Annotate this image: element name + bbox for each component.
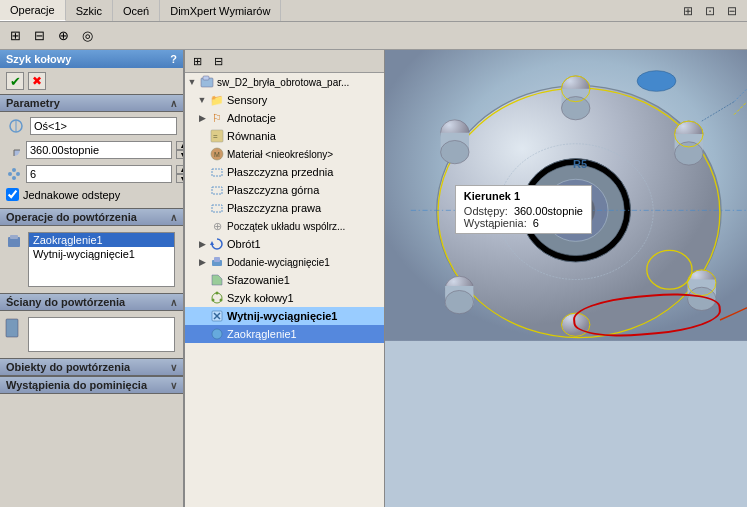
zaokraglenie-label: Zaokrąglenie1 xyxy=(227,328,297,340)
plane-right-icon xyxy=(209,200,225,216)
svg-point-25 xyxy=(216,292,219,295)
tree-panel: ⊞ ⊟ ▼ sw_D2_bryła_obrotowa_par... ▼ 📁 Se… xyxy=(185,50,385,507)
svg-point-57 xyxy=(441,140,469,163)
origin-icon: ⊕ xyxy=(209,218,225,234)
tree-item-szyk[interactable]: ▶ Szyk kołowy1 xyxy=(185,289,384,307)
count-up[interactable]: ▲ xyxy=(176,165,185,174)
walls-chevron[interactable]: ∧ xyxy=(170,297,177,308)
obrot-label: Obrót1 xyxy=(227,238,261,250)
ops-chevron[interactable]: ∧ xyxy=(170,212,177,223)
count-input[interactable] xyxy=(26,165,172,183)
objects-section-header[interactable]: Obiekty do powtórzenia ∨ xyxy=(0,358,183,376)
svg-point-54 xyxy=(445,290,473,313)
parametry-label: Parametry xyxy=(6,97,60,109)
sensory-expand: ▼ xyxy=(197,95,207,105)
adnotacje-label: Adnotacje xyxy=(227,112,276,124)
rownania-label: Równania xyxy=(227,130,276,142)
tree-item-plane-right[interactable]: ▶ Płaszczyzna prawa xyxy=(185,199,384,217)
svg-rect-18 xyxy=(212,187,222,194)
axis-row xyxy=(6,116,177,136)
info-odstepy-row: Odstępy: 360.00stopnie xyxy=(464,205,583,217)
tree-item-obrot[interactable]: ▶ Obrót1 xyxy=(185,235,384,253)
count-down[interactable]: ▼ xyxy=(176,174,185,183)
tree-item-rownania[interactable]: ▶ = Równania xyxy=(185,127,384,145)
walls-icon xyxy=(4,314,24,341)
tree-item-dodanie[interactable]: ▶ Dodanie-wyciągnięcie1 xyxy=(185,253,384,271)
cancel-button[interactable]: ✖ xyxy=(28,72,46,90)
wystapienia-label: Wystąpienia do pominięcia xyxy=(6,379,147,391)
tree-btn-1[interactable]: ⊞ xyxy=(187,52,207,70)
ops-list-item-wytnij[interactable]: Wytnij-wyciągnięcie1 xyxy=(29,247,174,261)
rownania-icon: = xyxy=(209,128,225,144)
tree-item-adnotacje[interactable]: ▶ ⚐ Adnotacje xyxy=(185,109,384,127)
tree-btn-2[interactable]: ⊟ xyxy=(208,52,228,70)
confirm-button[interactable]: ✔ xyxy=(6,72,24,90)
material-icon: M xyxy=(209,146,225,162)
menu-dimxpert[interactable]: DimXpert Wymiarów xyxy=(160,0,281,21)
plane-top-label: Płaszczyzna górna xyxy=(227,184,319,196)
zaokraglenie-icon xyxy=(209,326,225,342)
tree-root[interactable]: ▼ sw_D2_bryła_obrotowa_par... xyxy=(185,73,384,91)
tree-item-sfazowanie[interactable]: ▶ Sfazowanie1 xyxy=(185,271,384,289)
wystapienia-chevron[interactable]: ∨ xyxy=(170,380,177,391)
objects-chevron[interactable]: ∨ xyxy=(170,362,177,373)
tree-item-material[interactable]: ▶ M Materiał <nieokreślony> xyxy=(185,145,384,163)
tree-item-zaokraglenie[interactable]: ▶ Zaokrąglenie1 xyxy=(185,325,384,343)
axis-input[interactable] xyxy=(30,117,177,135)
svg-point-4 xyxy=(8,172,12,176)
walls-content xyxy=(0,311,183,358)
menu-szkic[interactable]: Szkic xyxy=(66,0,113,21)
tree-toolbar: ⊞ ⊟ xyxy=(185,50,384,73)
panel-title: Szyk kołowy xyxy=(6,53,71,65)
menu-operacje[interactable]: Operacje xyxy=(0,0,66,21)
corner-icon-1[interactable]: ⊞ xyxy=(679,2,697,20)
right-area: ⊞ ⊟ ▼ sw_D2_bryła_obrotowa_par... ▼ 📁 Se… xyxy=(185,50,747,507)
help-icon[interactable]: ? xyxy=(170,53,177,65)
ops-section-header[interactable]: Operacje do powtórzenia ∧ xyxy=(0,208,183,226)
toolbar-btn-4[interactable]: ◎ xyxy=(76,25,98,47)
main-toolbar: ⊞ ⊟ ⊕ ◎ xyxy=(0,22,747,50)
spacing-checkbox[interactable] xyxy=(6,188,19,201)
root-label: sw_D2_bryła_obrotowa_par... xyxy=(217,77,349,88)
sensory-label: Sensory xyxy=(227,94,267,106)
svg-rect-9 xyxy=(10,235,18,239)
info-box: Kierunek 1 Odstępy: 360.00stopnie Wystąp… xyxy=(455,185,592,234)
corner-icon-3[interactable]: ⊟ xyxy=(723,2,741,20)
svg-point-60 xyxy=(637,71,676,92)
toolbar-btn-2[interactable]: ⊟ xyxy=(28,25,50,47)
menu-bar: Operacje Szkic Oceń DimXpert Wymiarów ⊞ … xyxy=(0,0,747,22)
svg-point-26 xyxy=(220,299,223,302)
dodanie-icon xyxy=(209,254,225,270)
tree-item-origin[interactable]: ▶ ⊕ Początek układu wspólrz... xyxy=(185,217,384,235)
walls-section-header[interactable]: Ściany do powtórzenia ∧ xyxy=(0,293,183,311)
tree-item-wytnij[interactable]: ▶ Wytnij-wyciągnięcie1 xyxy=(185,307,384,325)
svg-text:=: = xyxy=(213,132,218,141)
ops-list: Zaokrąglenie1 Wytnij-wyciągnięcie1 xyxy=(28,232,175,287)
ops-content: Zaokrąglenie1 Wytnij-wyciągnięcie1 xyxy=(0,226,183,293)
plane-right-label: Płaszczyzna prawa xyxy=(227,202,321,214)
parametry-chevron[interactable]: ∧ xyxy=(170,98,177,109)
count-row: ▲ ▼ xyxy=(6,164,177,184)
toolbar-btn-1[interactable]: ⊞ xyxy=(4,25,26,47)
sfazowanie-label: Sfazowanie1 xyxy=(227,274,290,286)
toolbar-btn-3[interactable]: ⊕ xyxy=(52,25,74,47)
parametry-section-header[interactable]: Parametry ∧ xyxy=(0,94,183,112)
walls-list xyxy=(28,317,175,352)
angle-row: ▲ ▼ xyxy=(6,140,177,160)
corner-icon-2[interactable]: ⊡ xyxy=(701,2,719,20)
tree-item-plane-front[interactable]: ▶ Płaszczyzna przednia xyxy=(185,163,384,181)
ops-list-item-zaokraglenie[interactable]: Zaokrąglenie1 xyxy=(29,233,174,247)
obrot-icon xyxy=(209,236,225,252)
tree-item-sensory[interactable]: ▼ 📁 Sensory xyxy=(185,91,384,109)
angle-up[interactable]: ▲ xyxy=(176,141,185,150)
sfazowanie-icon xyxy=(209,272,225,288)
tree-item-plane-top[interactable]: ▶ Płaszczyzna górna xyxy=(185,181,384,199)
origin-label: Początek układu wspólrz... xyxy=(227,221,345,232)
angle-down[interactable]: ▼ xyxy=(176,150,185,159)
menu-ocen[interactable]: Oceń xyxy=(113,0,160,21)
dodanie-expand: ▶ xyxy=(197,257,207,267)
svg-point-5 xyxy=(12,168,16,172)
angle-input[interactable] xyxy=(26,141,172,159)
parametry-content: ▲ ▼ ▲ ▼ xyxy=(0,112,183,208)
wystapienia-section-header[interactable]: Wystąpienia do pominięcia ∨ xyxy=(0,376,183,394)
